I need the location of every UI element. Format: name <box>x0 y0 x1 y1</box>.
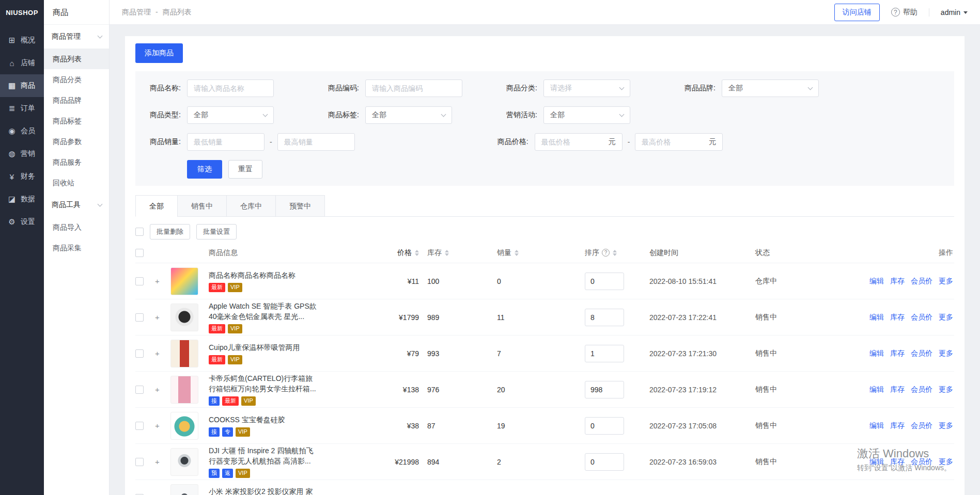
sort-help-icon[interactable]: ? <box>602 249 610 257</box>
category-select[interactable]: 请选择 <box>543 79 630 97</box>
activity-select[interactable]: 全部 <box>543 106 630 124</box>
submenu-item-goods-params[interactable]: 商品参数 <box>44 131 109 152</box>
more-link[interactable]: 更多 <box>939 457 953 467</box>
stock-link[interactable]: 库存 <box>890 421 905 430</box>
help-button[interactable]: ? 帮助 <box>891 8 917 17</box>
expand-toggle[interactable]: + <box>155 313 170 322</box>
row-checkbox[interactable] <box>135 349 144 358</box>
row-checkbox[interactable] <box>135 458 144 466</box>
product-code-input[interactable] <box>365 79 462 97</box>
submenu-item-goods-list[interactable]: 商品列表 <box>44 49 109 69</box>
visit-shop-button[interactable]: 访问店铺 <box>834 4 880 21</box>
sidebar-item-members[interactable]: ◉会员 <box>0 120 44 142</box>
edit-link[interactable]: 编辑 <box>869 277 884 286</box>
product-name-input[interactable] <box>187 79 274 97</box>
batch-delete-button[interactable]: 批量删除 <box>150 224 190 239</box>
submenu-item-recycle-bin[interactable]: 回收站 <box>44 172 109 193</box>
stock-link[interactable]: 库存 <box>890 349 905 358</box>
stock-link[interactable]: 库存 <box>890 313 905 322</box>
stock-link[interactable]: 库存 <box>890 457 905 467</box>
sort-input[interactable] <box>585 345 624 362</box>
select-all-checkbox[interactable] <box>135 228 144 236</box>
user-menu[interactable]: admin <box>941 8 968 17</box>
sidebar-item-orders[interactable]: ≣订单 <box>0 97 44 120</box>
more-link[interactable]: 更多 <box>939 385 953 394</box>
min-price-input[interactable] <box>541 138 605 146</box>
more-link[interactable]: 更多 <box>939 349 953 358</box>
sort-input[interactable] <box>585 453 624 471</box>
member-price-link[interactable]: 会员价 <box>911 421 932 430</box>
col-price-header[interactable]: 价格 <box>368 248 427 258</box>
menu-group-goods-manage[interactable]: 商品管理 <box>44 25 109 49</box>
row-checkbox[interactable] <box>135 277 144 285</box>
batch-setting-button[interactable]: 批量设置 <box>196 224 237 239</box>
filter-submit-button[interactable]: 筛选 <box>187 160 222 179</box>
sidebar-item-settings[interactable]: ⚙设置 <box>0 211 44 233</box>
edit-link[interactable]: 编辑 <box>869 457 884 467</box>
sidebar-item-data[interactable]: ◪数据 <box>0 188 44 211</box>
expand-toggle[interactable]: + <box>155 385 170 394</box>
member-price-link[interactable]: 会员价 <box>911 277 932 286</box>
max-sales-input[interactable] <box>277 133 355 151</box>
sort-carets-icon[interactable] <box>515 250 519 256</box>
sort-input[interactable] <box>585 273 624 290</box>
tab-warning[interactable]: 预警中 <box>275 195 325 217</box>
expand-toggle[interactable]: + <box>155 277 170 285</box>
submenu-item-goods-import[interactable]: 商品导入 <box>44 217 109 237</box>
edit-link[interactable]: 编辑 <box>869 421 884 430</box>
min-sales-input[interactable] <box>187 133 265 151</box>
sort-carets-icon[interactable] <box>415 250 419 256</box>
topbar-divider <box>929 8 929 17</box>
filter-reset-button[interactable]: 重置 <box>228 160 262 179</box>
member-price-link[interactable]: 会员价 <box>911 349 932 358</box>
submenu-item-goods-label[interactable]: 商品标签 <box>44 110 109 131</box>
type-select[interactable]: 全部 <box>187 106 274 124</box>
sidebar-item-marketing[interactable]: ◍营销 <box>0 142 44 165</box>
submenu-item-goods-category[interactable]: 商品分类 <box>44 69 109 90</box>
stock-link[interactable]: 库存 <box>890 385 905 394</box>
submenu-item-goods-brand[interactable]: 商品品牌 <box>44 90 109 110</box>
submenu-item-goods-service[interactable]: 商品服务 <box>44 152 109 172</box>
sort-input[interactable] <box>585 381 624 398</box>
sort-carets-icon[interactable] <box>613 250 617 256</box>
member-price-link[interactable]: 会员价 <box>911 457 932 467</box>
more-link[interactable]: 更多 <box>939 277 953 286</box>
sidebar-item-overview[interactable]: ⊞概况 <box>0 29 44 52</box>
stock-link[interactable]: 库存 <box>890 277 905 286</box>
sort-carets-icon[interactable] <box>445 250 449 256</box>
sidebar-item-finance[interactable]: ¥财务 <box>0 165 44 188</box>
sort-input[interactable] <box>585 417 624 435</box>
more-link[interactable]: 更多 <box>939 421 953 430</box>
chevron-down-icon <box>263 112 268 117</box>
header-checkbox[interactable] <box>135 249 144 257</box>
edit-link[interactable]: 编辑 <box>869 385 884 394</box>
tag-select[interactable]: 全部 <box>365 106 452 124</box>
edit-link[interactable]: 编辑 <box>869 349 884 358</box>
tab-all[interactable]: 全部 <box>135 195 178 217</box>
add-product-button[interactable]: 添加商品 <box>135 43 183 63</box>
more-link[interactable]: 更多 <box>939 313 953 322</box>
col-sales-header[interactable]: 销量 <box>497 248 585 258</box>
tab-in-warehouse[interactable]: 仓库中 <box>226 195 276 217</box>
row-checkbox[interactable] <box>135 313 144 322</box>
sort-input[interactable] <box>585 309 624 326</box>
brand-select[interactable]: 全部 <box>722 79 819 97</box>
breadcrumb-parent[interactable]: 商品管理 <box>122 8 151 17</box>
sidebar-item-shop[interactable]: ⌂店铺 <box>0 52 44 74</box>
menu-group-goods-tools[interactable]: 商品工具 <box>44 193 109 217</box>
sidebar-item-goods[interactable]: ▦商品 <box>0 74 44 97</box>
row-checkbox[interactable] <box>135 386 144 394</box>
max-price-input[interactable] <box>642 138 706 146</box>
row-checkbox[interactable] <box>135 422 144 430</box>
member-price-link[interactable]: 会员价 <box>911 313 932 322</box>
tab-on-sale[interactable]: 销售中 <box>177 195 227 217</box>
expand-toggle[interactable]: + <box>155 349 170 358</box>
col-stock-header[interactable]: 库存 <box>427 248 497 258</box>
expand-toggle[interactable]: + <box>155 457 170 466</box>
member-price-link[interactable]: 会员价 <box>911 385 932 394</box>
expand-toggle[interactable]: + <box>155 421 170 430</box>
col-sort-header[interactable]: 排序? <box>585 248 649 258</box>
sidebar-item-label: 订单 <box>21 104 35 113</box>
edit-link[interactable]: 编辑 <box>869 313 884 322</box>
submenu-item-goods-collect[interactable]: 商品采集 <box>44 237 109 258</box>
